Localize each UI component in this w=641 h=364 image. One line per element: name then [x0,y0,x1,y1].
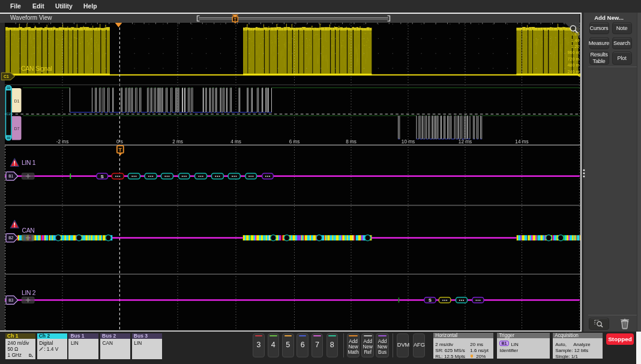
svg-text:960 m: 960 m [568,50,580,55]
svg-text:S: S [429,297,432,303]
svg-text:CAN: CAN [22,227,35,234]
svg-text:B3: B3 [8,298,13,302]
svg-text:1.20: 1.20 [571,44,580,49]
svg-text:4 ms: 4 ms [230,139,241,145]
svg-text:C2: C2 [6,112,11,116]
svg-text:240 m: 240 m [568,69,580,74]
svg-text:8 ms: 8 ms [346,139,357,145]
svg-text:CAN Signal: CAN Signal [21,65,52,72]
svg-text:1.68: 1.68 [571,31,580,37]
svg-text:6 ms: 6 ms [289,139,300,145]
svg-text:10 ms: 10 ms [402,139,415,145]
svg-text:LIN 1: LIN 1 [22,160,36,166]
svg-text:1.44: 1.44 [571,38,580,43]
svg-text:2 ms: 2 ms [172,139,183,145]
svg-text:B1: B1 [8,174,13,178]
svg-text:D7: D7 [14,127,20,131]
svg-text:D1: D1 [14,99,20,103]
svg-text:480 m: 480 m [568,62,580,68]
svg-text:S: S [101,174,104,179]
svg-text:B2: B2 [8,236,13,240]
svg-text:720 m: 720 m [568,56,580,62]
svg-text:LIN 2: LIN 2 [22,290,36,296]
svg-text:0 s: 0 s [116,139,123,145]
svg-text:+: + [32,355,34,357]
svg-text:14 ms: 14 ms [515,139,528,145]
svg-text:-2 ms: -2 ms [56,139,68,145]
svg-text:T: T [119,147,122,153]
svg-text:12 ms: 12 ms [459,139,472,145]
